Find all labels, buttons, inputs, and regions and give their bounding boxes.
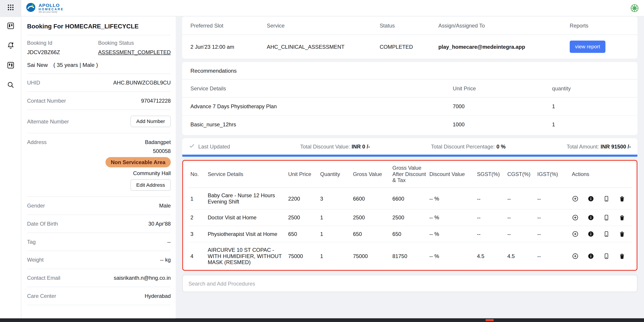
booking-status-label: Booking Status: [98, 40, 171, 49]
device-icon[interactable]: [603, 195, 610, 202]
col-discount-value: Discount Value: [428, 161, 475, 188]
contact-email-value: saisrikanth.n@hng.co.in: [114, 275, 171, 281]
procedure-cgst: --: [506, 188, 536, 209]
add-circle-icon[interactable]: [572, 195, 579, 202]
info-icon[interactable]: [588, 214, 594, 221]
procedure-row: 4 AIRCURVE 10 ST COPAC - WITH HUMIDIFIER…: [188, 242, 632, 270]
contact-email-label: Contact Email: [27, 275, 60, 281]
dob-row: Date Of Birth 30 Apr'88: [27, 215, 171, 233]
uhid-row: UHID AHC.BUNWZCGBL9CU: [27, 74, 171, 92]
contact-number-row: Contact Number 9704712228: [27, 92, 171, 110]
search-icon[interactable]: [6, 80, 15, 89]
col-service-details: Service Details: [206, 161, 287, 188]
procedure-sgst: --: [475, 226, 506, 242]
booking-status-value[interactable]: ASSESSMENT_COMPLETED: [98, 49, 171, 55]
info-icon[interactable]: [588, 253, 594, 260]
contact-email-row: Contact Email saisrikanth.n@hng.co.in: [27, 269, 171, 287]
search-procedures-input[interactable]: [182, 275, 637, 292]
recommendation-quantity: 1: [552, 121, 629, 128]
service-slot: 2 Jun'23 12:00 am: [190, 44, 267, 50]
add-circle-icon[interactable]: [572, 214, 579, 221]
procedure-unit-price: 75000: [286, 242, 318, 270]
board-icon[interactable]: [6, 21, 15, 30]
info-icon[interactable]: [588, 231, 594, 238]
info-icon[interactable]: [588, 195, 594, 202]
procedure-gross: 2500: [351, 209, 391, 226]
procedure-row: 1 Baby Care - Nurse 12 Hours Evening Shi…: [188, 188, 632, 209]
procedure-unit-price: 650: [286, 226, 318, 242]
gender-row: Gender Male: [27, 197, 171, 215]
procedure-qty: 1: [318, 242, 351, 270]
add-circle-icon[interactable]: [572, 253, 579, 260]
procedure-name: Doctor Visit at Home: [206, 209, 287, 226]
apollo-homecare-logo[interactable]: APOLLO HOMECARE We are your family: [26, 2, 64, 14]
address-line1: Badangpet: [145, 139, 171, 145]
col-quantity: Quantity: [318, 161, 351, 188]
view-report-button[interactable]: view report: [570, 41, 606, 53]
procedure-no: 2: [188, 209, 206, 226]
procedure-qty: 3: [318, 188, 351, 209]
procedure-name: Baby Care - Nurse 12 Hours Evening Shift: [206, 188, 287, 209]
procedure-no: 3: [188, 226, 206, 242]
booking-details-panel: Booking For HOMECARE_LIFECYCLE Booking I…: [21, 16, 176, 318]
col-igst: IGST(%): [536, 161, 570, 188]
procedure-qty: 1: [318, 209, 351, 226]
procedure-gross: 650: [351, 226, 391, 242]
procedure-row: 2 Doctor Visit at Home 2500 1 2500 2500 …: [188, 209, 632, 226]
icon-rail: [0, 16, 21, 318]
service-card: Preferred Slot Service Status Assign/Ass…: [182, 16, 637, 59]
col-cgst: CGST(%): [506, 161, 536, 188]
col-unit-price: Unit Price: [286, 161, 318, 188]
add-number-button[interactable]: Add Number: [130, 116, 171, 127]
apps-menu-button[interactable]: [0, 0, 21, 17]
procedure-igst: --: [536, 209, 570, 226]
col-preferred-slot: Preferred Slot: [190, 22, 267, 29]
procedure-discount: -- %: [428, 242, 475, 270]
procedure-sgst: 4.5: [475, 242, 506, 270]
delete-icon[interactable]: [618, 253, 626, 260]
edit-address-button[interactable]: Edit Address: [130, 179, 171, 191]
recommendation-name: Basic_nurse_12hrs: [190, 121, 453, 128]
delete-icon[interactable]: [618, 195, 626, 202]
tag-row: Tag --: [27, 233, 171, 251]
address-label: Address: [27, 139, 47, 145]
add-circle-icon[interactable]: [572, 231, 579, 238]
partner-logo-icon[interactable]: [630, 3, 639, 12]
booking-id-block: Booking Id Booking Status JDCV2BZ66Z ASS…: [27, 35, 171, 56]
gender-value: Male: [159, 203, 171, 209]
device-icon[interactable]: [603, 214, 610, 221]
col-status: Status: [380, 22, 438, 29]
recommendations-header: Service Details Unit Price quantity: [182, 80, 637, 98]
care-center-row: Care Center Hyderabad: [27, 287, 171, 305]
patient-summary: Sai New ( 35 years | Male ): [27, 56, 171, 74]
procedure-gross: 75000: [351, 242, 391, 270]
col-unit-price: Unit Price: [453, 85, 552, 92]
uhid-label: UHID: [27, 80, 40, 86]
device-icon[interactable]: [603, 231, 610, 238]
procedure-no: 1: [188, 188, 206, 209]
delete-icon[interactable]: [618, 231, 626, 238]
col-gross-after: Gross Value After Discount & Tax: [391, 161, 428, 188]
device-icon[interactable]: [603, 253, 610, 260]
notifications-bell-icon[interactable]: [6, 41, 15, 50]
delete-icon[interactable]: [618, 214, 626, 221]
tasks-board-icon[interactable]: [6, 61, 15, 69]
procedure-cgst: --: [506, 226, 536, 242]
col-assigned-to: Assign/Assigned To: [438, 22, 570, 29]
gender-label: Gender: [27, 203, 45, 209]
logo-title: APOLLO: [38, 3, 64, 7]
col-actions: Actions: [570, 161, 632, 188]
recommendation-quantity: 1: [552, 103, 629, 110]
topbar: APOLLO HOMECARE We are your family: [21, 0, 644, 16]
dob-value: 30 Apr'88: [148, 221, 171, 227]
weight-row: Weight -- kg: [27, 251, 171, 269]
col-sgst: SGST(%): [475, 161, 506, 188]
recommendation-unit-price: 7000: [453, 103, 552, 110]
care-center-value: Hyderabad: [144, 293, 171, 299]
check-icon: [189, 143, 195, 150]
procedure-discount: -- %: [428, 209, 475, 226]
contact-number-value: 9704712228: [141, 98, 171, 104]
procedure-row: 3 Physiotherapist Visit at Home 650 1 65…: [188, 226, 632, 242]
procedure-sgst: --: [475, 209, 506, 226]
procedure-name: Physiotherapist Visit at Home: [206, 226, 287, 242]
